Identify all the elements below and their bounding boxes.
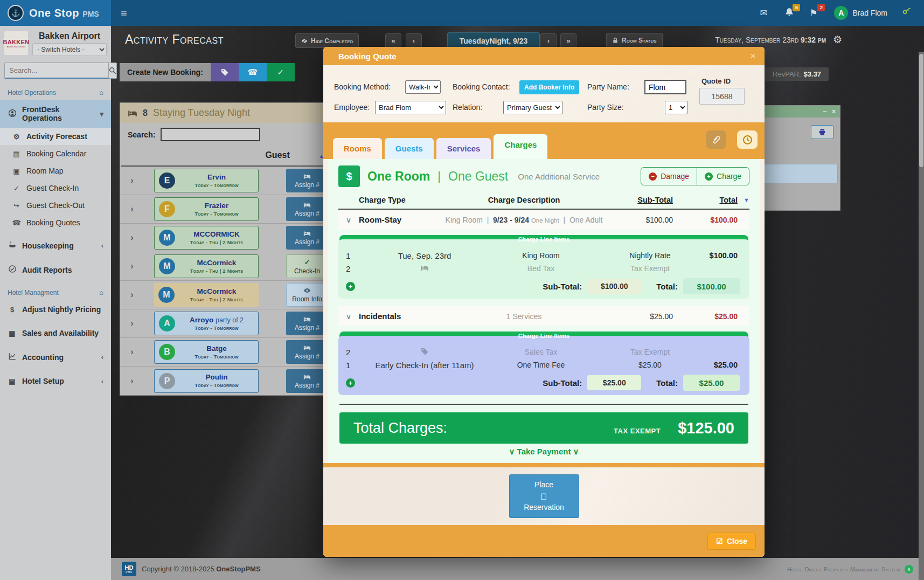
room-info-button[interactable]: Room Info <box>286 283 328 307</box>
search-icon <box>109 67 116 74</box>
modal-title: Booking Quote <box>338 52 397 61</box>
employee-label: Employee: <box>334 103 370 112</box>
add-line-item-button[interactable]: + <box>346 378 355 388</box>
row-expand-chevron-icon[interactable]: › <box>120 376 144 386</box>
print-button[interactable] <box>811 125 833 139</box>
sidebar-item-audit-reports[interactable]: Audit Reports <box>0 260 111 280</box>
page-scrollbar[interactable] <box>919 52 924 580</box>
mail-icon[interactable]: ✉ <box>760 8 770 18</box>
sidebar-item-room-map[interactable]: ▣ Room Map <box>0 162 111 179</box>
tab-charges[interactable]: Charges <box>494 134 547 159</box>
guest-card[interactable]: A Arroyo party of 2 Today - Tomorrow <box>154 312 259 335</box>
row-expand-chevron-icon[interactable]: › <box>120 204 144 214</box>
assign-room-button[interactable]: Assign # <box>286 340 328 364</box>
assign-room-button[interactable]: Assign # <box>286 312 328 335</box>
expand-all-button[interactable]: » <box>560 33 576 48</box>
row-expand-chevron-icon[interactable]: › <box>120 319 144 328</box>
charges-dollar-icon[interactable]: $ <box>338 165 360 187</box>
collapse-all-button[interactable]: « <box>385 33 401 48</box>
minimize-icon[interactable]: − <box>823 108 826 115</box>
guest-card[interactable]: M MCCORMICK Today - Thu | 2 Nights <box>154 226 259 250</box>
assign-room-button[interactable]: Assign # <box>286 369 328 393</box>
hotel-logo: BAKKEN Airport Inn & Suites <box>4 31 28 55</box>
user-menu[interactable]: A Brad Flom <box>834 6 887 20</box>
switch-hotels-select[interactable]: - Switch Hotels - <box>32 43 107 56</box>
sidebar-item-activity-forecast[interactable]: ⚙ Activity Forecast <box>0 128 111 145</box>
employee-select[interactable]: Brad Flom <box>375 101 446 114</box>
tab-guests[interactable]: Guests <box>385 138 434 159</box>
guest-card[interactable]: M McCormick Today - Thu | 2 Nights <box>154 254 259 278</box>
hide-completed-button[interactable]: Hide Completed <box>295 33 359 48</box>
row-expand-chevron-icon[interactable]: › <box>120 290 144 300</box>
col-total[interactable]: Total <box>673 196 738 204</box>
sidebar-item-housekeeping[interactable]: Housekeeping ‹ <box>0 236 111 256</box>
guest-card[interactable]: M McCormick Today - Thu | 2 Nights <box>154 283 259 307</box>
sidebar-item-booking-quotes[interactable]: ☎ Booking Quotes <box>0 214 111 231</box>
next-period-button[interactable]: › <box>540 33 557 48</box>
row-expand-chevron-icon[interactable]: › <box>120 347 144 357</box>
assign-room-button[interactable]: Assign # <box>286 226 328 250</box>
relation-select[interactable]: Primary Guest <box>503 101 562 114</box>
room-stay-row[interactable]: ∨ Room-Stay King Room | 9/23 - 9/24 One … <box>338 210 749 230</box>
modal-close-icon[interactable]: × <box>750 50 756 62</box>
sidebar-item-adjust-nightly-pricing[interactable]: $ Adjust Nightly Pricing <box>0 300 111 319</box>
attachment-button[interactable] <box>706 130 726 149</box>
collapse-chevron-icon[interactable]: ∨ <box>338 216 359 224</box>
settings-gear-icon[interactable]: ⚙ <box>833 33 842 46</box>
place-reservation-button[interactable]: Place Reservation <box>509 474 579 518</box>
guest-card[interactable]: E Ervin Today - Tomorrow <box>154 169 259 192</box>
key-icon[interactable] <box>901 8 912 18</box>
check-in-button[interactable]: ✓ Check-In <box>286 254 328 278</box>
chevron-left-icon: ‹ <box>101 377 103 385</box>
prev-period-button[interactable]: ‹ <box>406 33 422 48</box>
row-expand-chevron-icon[interactable]: › <box>120 233 144 243</box>
room-status-button[interactable]: Room Status <box>606 33 663 47</box>
sidebar-item-booking-calendar[interactable]: ▦ Booking Calendar <box>0 145 111 162</box>
sidebar-search-button[interactable] <box>109 63 117 79</box>
guest-avatar: M <box>159 230 175 246</box>
add-charge-button[interactable]: + Charge <box>697 168 749 185</box>
notifications-bell-icon[interactable]: 5 <box>784 8 795 18</box>
incidentals-row[interactable]: ∨ Incidentals 1 Services $25.00 $25.00 <box>338 306 749 326</box>
revpar-value: $3.37 <box>804 70 822 78</box>
scrollbar-thumb[interactable] <box>919 54 923 167</box>
tab-services[interactable]: Services <box>436 138 491 159</box>
sidebar-item-accounting[interactable]: Accounting ‹ <box>0 347 111 367</box>
assign-room-button[interactable]: Assign # <box>286 197 328 221</box>
sidebar-item-hotel-setup[interactable]: ▤ Hotel Setup ‹ <box>0 371 111 391</box>
tab-rooms[interactable]: Rooms <box>333 138 382 159</box>
brand: ⚓ One Stop PMS <box>0 0 111 26</box>
take-payment-button[interactable]: ∨ Take Payment ∨ <box>338 444 749 458</box>
flag-icon[interactable]: ⚑ 2 <box>809 8 820 18</box>
history-clock-button[interactable] <box>737 130 758 149</box>
guest-card[interactable]: F Frazier Today - Tomorrow <box>154 197 259 221</box>
guest-avatar: A <box>159 315 175 332</box>
party-size-select[interactable]: 1 <box>665 101 687 114</box>
add-line-item-button[interactable]: + <box>346 282 355 291</box>
create-booking-phone-button[interactable]: ☎ <box>239 63 267 81</box>
booking-method-select[interactable]: Walk-In <box>405 80 441 94</box>
modal-close-button[interactable]: ☑ Close <box>707 533 756 550</box>
sidebar-item-frontdesk-operations[interactable]: FrontDesk Operations ▾ <box>0 100 111 128</box>
guest-search-input[interactable] <box>161 128 260 141</box>
party-name-input[interactable] <box>644 80 686 94</box>
add-booker-info-button[interactable]: Add Booker Info <box>519 80 579 94</box>
sidebar-item-guest-check-out[interactable]: ↪ Guest Check-Out <box>0 197 111 214</box>
sort-desc-icon[interactable]: ▼ <box>738 197 749 203</box>
create-booking-tag-button[interactable] <box>211 63 239 81</box>
hamburger-icon[interactable]: ≡ <box>121 7 127 19</box>
create-booking-checkin-button[interactable]: ✓ <box>267 63 295 81</box>
guest-card[interactable]: P Poulin Today - Tomorrow <box>154 369 259 393</box>
guest-card[interactable]: B Batge Today - Tomorrow <box>154 340 259 364</box>
sidebar-item-sales-and-availability[interactable]: ▦ Sales and Availability <box>0 323 111 343</box>
add-damage-button[interactable]: − Damage <box>641 168 697 185</box>
sidebar-search-input[interactable] <box>4 63 109 79</box>
row-expand-chevron-icon[interactable]: › <box>120 261 144 271</box>
scroll-top-button[interactable]: ∧ <box>905 565 913 574</box>
sidebar-item-guest-check-in[interactable]: ✓ Guest Check-In <box>0 179 111 197</box>
row-expand-chevron-icon[interactable]: › <box>120 176 144 185</box>
collapse-chevron-icon[interactable]: ∨ <box>338 312 359 321</box>
col-subtotal[interactable]: Sub-Total <box>611 196 673 204</box>
assign-room-button[interactable]: Assign # <box>286 169 328 192</box>
close-icon[interactable]: × <box>832 108 836 115</box>
